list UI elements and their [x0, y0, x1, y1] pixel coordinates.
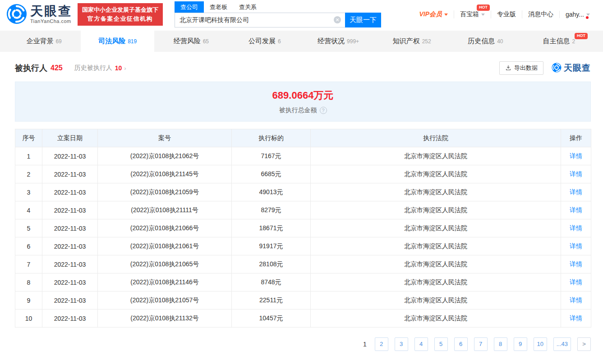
logo-title: 天眼查 [30, 5, 72, 18]
detail-link[interactable]: 详情 [570, 188, 582, 196]
cell-index: 8 [15, 273, 42, 291]
chevron-down-icon [444, 14, 448, 16]
cell-index: 5 [15, 219, 42, 237]
search-input[interactable] [175, 13, 345, 27]
cell-execution-target: 22511元 [232, 291, 311, 309]
chevron-down-icon [481, 14, 485, 16]
tianyancha-watermark: 天眼查 [552, 62, 591, 74]
table-row: 3 2022-11-03 (2022)京0108执21059号 49013元 北… [15, 183, 591, 201]
cell-filing-date: 2022-11-03 [42, 255, 98, 273]
search-tab-boss[interactable]: 查老板 [204, 1, 233, 13]
tab-enterprise-background[interactable]: 企业背景 69 [7, 31, 81, 52]
table-row: 8 2022-11-03 (2022)京0108执21146号 8748元 北京… [15, 273, 591, 291]
detail-link[interactable]: 详情 [570, 278, 582, 286]
search-tab-relation[interactable]: 查关系 [233, 1, 262, 13]
tab-judicial-risk[interactable]: 司法风险 819 [81, 31, 154, 52]
cell-index: 1 [15, 147, 42, 165]
tianyancha-aperture-icon [552, 63, 562, 74]
message-center-link[interactable]: 消息中心 [522, 10, 559, 18]
page-button-9[interactable]: 9 [514, 337, 527, 351]
cell-execution-target: 28108元 [232, 255, 311, 273]
export-data-button[interactable]: 导出数据 [499, 61, 543, 75]
total-amount-label: 被执行总金额 [279, 106, 317, 114]
cell-case-number: (2022)京0108执21061号 [98, 237, 232, 255]
tab-intellectual-property[interactable]: 知识产权 252 [375, 31, 449, 52]
tab-self-info[interactable]: 自主信息 2 HOT [522, 31, 596, 52]
cell-case-number: (2022)京0108执21066号 [98, 219, 232, 237]
detail-link[interactable]: 详情 [570, 296, 582, 304]
cell-execution-target: 7167元 [232, 147, 311, 165]
detail-link[interactable]: 详情 [570, 314, 582, 322]
page-button-4[interactable]: 4 [414, 337, 428, 351]
cell-execution-target: 18671元 [232, 219, 311, 237]
cell-filing-date: 2022-11-03 [42, 291, 98, 309]
next-page-button[interactable]: > [577, 337, 591, 351]
table-row: 10 2022-11-03 (2022)京0108执21132号 10457元 … [15, 309, 591, 328]
vip-member-link[interactable]: VIP会员 [413, 10, 454, 18]
detail-link[interactable]: 详情 [570, 224, 582, 232]
page-button-last[interactable]: ...43 [553, 337, 571, 351]
page-button-3[interactable]: 3 [395, 337, 408, 351]
detail-link[interactable]: 详情 [570, 152, 582, 159]
history-executed-link[interactable]: 历史被执行人 10 › [74, 64, 126, 72]
cell-court: 北京市海淀区人民法院 [311, 237, 561, 255]
cell-filing-date: 2022-11-03 [42, 237, 98, 255]
cell-court: 北京市海淀区人民法院 [311, 291, 561, 309]
chevron-down-icon [586, 14, 590, 16]
hot-badge: HOT [477, 5, 490, 11]
cell-case-number: (2022)京0108执21062号 [98, 147, 232, 165]
col-index: 序号 [15, 129, 42, 147]
tab-operation-status[interactable]: 经营状况 999+ [302, 31, 375, 52]
table-row: 4 2022-11-03 (2022)京0108执21111号 8279元 北京… [15, 201, 591, 219]
tab-company-development[interactable]: 公司发展 6 [228, 31, 301, 52]
question-circle-icon[interactable]: ? [320, 107, 327, 114]
cell-execution-target: 49013元 [232, 183, 311, 201]
page-button-5[interactable]: 5 [434, 337, 448, 351]
tab-history-info[interactable]: 历史信息 40 [449, 31, 522, 52]
page-button-2[interactable]: 2 [375, 337, 388, 351]
cell-case-number: (2022)京0108执21145号 [98, 165, 232, 183]
table-row: 6 2022-11-03 (2022)京0108执21061号 91917元 北… [15, 237, 591, 255]
tab-operation-risk[interactable]: 经营风险 65 [154, 31, 228, 52]
page-button-8[interactable]: 8 [494, 337, 507, 351]
cell-court: 北京市海淀区人民法院 [311, 255, 561, 273]
gov-badge-line2: 官方备案企业征信机构 [82, 14, 158, 23]
execution-total-banner: 689.0664万元 被执行总金额 ? [15, 82, 591, 122]
col-execution-target: 执行标的 [232, 129, 311, 147]
cell-filing-date: 2022-11-03 [42, 309, 98, 328]
chevron-right-icon: › [124, 65, 126, 72]
detail-link[interactable]: 详情 [570, 206, 582, 214]
cell-filing-date: 2022-11-03 [42, 147, 98, 165]
cell-filing-date: 2022-11-03 [42, 273, 98, 291]
col-filing-date: 立案日期 [42, 129, 98, 147]
company-detail-tabs: 企业背景 69 司法风险 819 经营风险 65 公司发展 6 经营状况 999… [0, 31, 603, 52]
detail-link[interactable]: 详情 [570, 242, 582, 250]
header-right-nav: VIP会员 HOT 百宝箱 专业版 消息中心 gahy... [413, 10, 596, 18]
cell-court: 北京市海淀区人民法院 [311, 219, 561, 237]
user-account-menu[interactable]: gahy... [559, 11, 596, 18]
search-tab-company[interactable]: 查公司 [175, 1, 204, 13]
cell-court: 北京市海淀区人民法院 [311, 273, 561, 291]
page-current: 1 [361, 341, 368, 348]
detail-link[interactable]: 详情 [570, 170, 582, 177]
toolbox-menu[interactable]: HOT 百宝箱 [454, 10, 491, 18]
col-court: 执行法院 [311, 129, 561, 147]
clear-search-icon[interactable]: ✕ [334, 16, 341, 23]
page-button-10[interactable]: 10 [534, 337, 547, 351]
cell-index: 3 [15, 183, 42, 201]
search-button[interactable]: 天眼一下 [345, 13, 381, 27]
cell-court: 北京市海淀区人民法院 [311, 165, 561, 183]
page-button-7[interactable]: 7 [474, 337, 488, 351]
pro-version-link[interactable]: 专业版 [491, 10, 522, 18]
cell-execution-target: 10457元 [232, 309, 311, 328]
cell-case-number: (2022)京0108执21057号 [98, 291, 232, 309]
detail-link[interactable]: 详情 [570, 260, 582, 268]
cell-filing-date: 2022-11-03 [42, 201, 98, 219]
page-button-6[interactable]: 6 [454, 337, 468, 351]
cell-case-number: (2022)京0108执21132号 [98, 309, 232, 328]
table-row: 7 2022-11-03 (2022)京0108执21065号 28108元 北… [15, 255, 591, 273]
cell-court: 北京市海淀区人民法院 [311, 309, 561, 328]
tianyancha-logo[interactable]: 天眼查 TianYanCha.com [6, 4, 72, 26]
cell-execution-target: 6685元 [232, 165, 311, 183]
total-amount: 689.0664万元 [272, 89, 334, 102]
